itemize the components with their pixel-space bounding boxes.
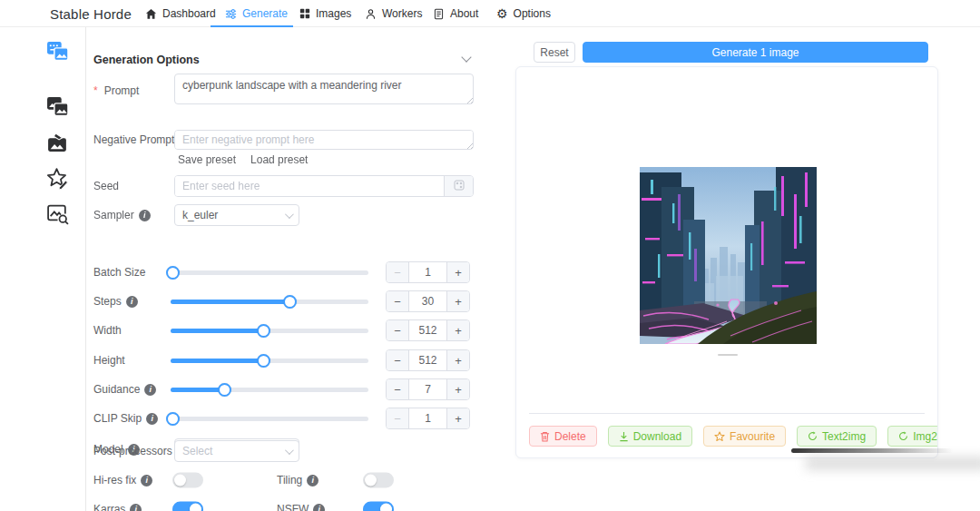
tiling-toggle[interactable] — [363, 473, 394, 488]
download-button[interactable]: Download — [608, 426, 692, 447]
post-processors-row: Post-processors i Select — [91, 440, 490, 462]
width-value[interactable]: 512 — [409, 320, 446, 340]
increase-button[interactable]: + — [446, 408, 469, 428]
decrease-button[interactable]: − — [387, 262, 409, 282]
decrease-button[interactable]: − — [387, 350, 409, 370]
nav-item-generate[interactable]: Generate — [225, 0, 288, 27]
info-icon[interactable]: i — [307, 475, 318, 486]
collapse-chevron-icon[interactable] — [461, 52, 471, 62]
guidance-slider[interactable] — [171, 383, 368, 396]
prompt-input[interactable]: cyberpunk landscape with a meandering ri… — [174, 74, 474, 104]
card-divider — [529, 413, 925, 414]
increase-button[interactable]: + — [446, 320, 469, 340]
batch-size-slider[interactable] — [171, 266, 368, 279]
prompt-row: * Prompt cyberpunk landscape with a mean… — [91, 74, 490, 104]
sampler-row: Sampler i k_euler — [91, 204, 490, 226]
batch-size-value[interactable]: 1 — [409, 262, 446, 282]
nav-item-about[interactable]: About — [433, 0, 478, 27]
seed-input[interactable] — [175, 176, 444, 196]
info-icon[interactable]: i — [141, 475, 152, 486]
sidebar-item-img2img[interactable] — [45, 96, 69, 120]
panel-header-row: Generation Options — [91, 49, 490, 71]
document-icon — [433, 8, 445, 20]
decrease-button[interactable]: − — [387, 320, 409, 340]
increase-button[interactable]: + — [446, 350, 469, 370]
button-label: Favourite — [730, 430, 775, 443]
random-seed-button[interactable] — [444, 176, 473, 196]
decrease-button[interactable]: − — [387, 408, 409, 428]
info-icon[interactable]: i — [139, 210, 151, 221]
sampler-select[interactable]: k_euler — [174, 204, 299, 226]
gear-icon: ⚙ — [496, 7, 508, 20]
hires-fix-toggle[interactable] — [172, 473, 203, 488]
chevron-down-icon — [285, 446, 294, 455]
sidebar-item-inpainting[interactable] — [45, 133, 69, 156]
negative-prompt-input[interactable] — [174, 130, 474, 150]
width-slider[interactable] — [171, 324, 368, 337]
guidance-value[interactable]: 7 — [409, 379, 446, 399]
rate-icon — [46, 167, 69, 193]
tiling-label: Tiling — [277, 474, 302, 486]
steps-value[interactable]: 30 — [409, 291, 446, 311]
guidance-stepper: − 7 + — [386, 378, 470, 400]
text2img-button[interactable]: Text2img — [797, 426, 877, 447]
sidebar-item-interrogate[interactable] — [45, 203, 69, 227]
negative-prompt-label: Negative Prompt — [93, 133, 174, 146]
increase-button[interactable]: + — [446, 291, 469, 311]
decrease-button[interactable]: − — [387, 379, 409, 399]
nav-label: Images — [316, 7, 351, 20]
save-preset-link[interactable]: Save preset — [178, 153, 236, 166]
prompt-label: Prompt — [104, 84, 140, 97]
chevron-down-icon — [285, 210, 294, 219]
nav-label: Dashboard — [162, 7, 216, 20]
nsfw-toggle[interactable] — [363, 502, 394, 511]
hires-fix-label: Hi-res fix — [93, 474, 136, 486]
star-icon — [714, 431, 725, 442]
result-card: Delete Download Favourite — [515, 66, 938, 458]
steps-label: Steps — [93, 295, 122, 308]
info-icon[interactable]: i — [130, 504, 142, 511]
nav-item-images[interactable]: Images — [299, 0, 351, 27]
info-icon[interactable]: i — [126, 296, 138, 308]
height-slider[interactable] — [171, 354, 368, 367]
required-asterisk: * — [93, 84, 98, 97]
info-icon[interactable]: i — [146, 413, 158, 425]
reset-button[interactable]: Reset — [534, 42, 575, 63]
increase-button[interactable]: + — [446, 262, 469, 282]
delete-button[interactable]: Delete — [529, 426, 597, 447]
generated-image[interactable] — [640, 167, 817, 344]
load-preset-link[interactable]: Load preset — [250, 153, 308, 166]
clip-skip-value[interactable]: 1 — [409, 408, 446, 428]
nsfw-label: NSFW — [277, 503, 309, 511]
decrease-button[interactable]: − — [387, 291, 409, 311]
increase-button[interactable]: + — [446, 379, 469, 399]
sidebar-item-text2img[interactable] — [45, 41, 69, 64]
horizontal-scrollbar-thumb[interactable] — [791, 448, 953, 453]
sliders-icon — [225, 8, 237, 20]
generate-button[interactable]: Generate 1 image — [583, 42, 928, 63]
karras-label: Karras — [93, 503, 125, 511]
nav-item-dashboard[interactable]: Dashboard — [145, 0, 216, 27]
post-processors-select[interactable]: Select — [174, 440, 299, 462]
preset-links: Save preset Load preset — [178, 153, 308, 166]
height-value[interactable]: 512 — [409, 350, 446, 370]
inpainting-icon — [46, 132, 69, 158]
image-dash-indicator — [718, 354, 738, 356]
batch-size-label: Batch Size — [93, 266, 145, 279]
img2img-button[interactable]: Img2img — [887, 426, 937, 447]
clip-skip-slider[interactable] — [171, 412, 368, 425]
nav-item-options[interactable]: ⚙ Options — [496, 0, 551, 27]
sidebar-item-rate[interactable] — [45, 168, 69, 192]
favourite-button[interactable]: Favourite — [703, 426, 786, 447]
karras-toggle[interactable] — [172, 502, 203, 511]
steps-slider[interactable] — [171, 295, 368, 308]
refresh-icon — [898, 431, 908, 441]
nav-label: Workers — [382, 7, 422, 20]
info-icon[interactable]: i — [313, 504, 325, 511]
nav-item-workers[interactable]: Workers — [365, 0, 422, 27]
download-icon — [619, 431, 629, 442]
height-row: Height − 512 + — [91, 349, 490, 371]
info-icon[interactable]: i — [144, 384, 156, 396]
text2img-icon — [46, 40, 69, 66]
width-stepper: − 512 + — [386, 319, 470, 341]
